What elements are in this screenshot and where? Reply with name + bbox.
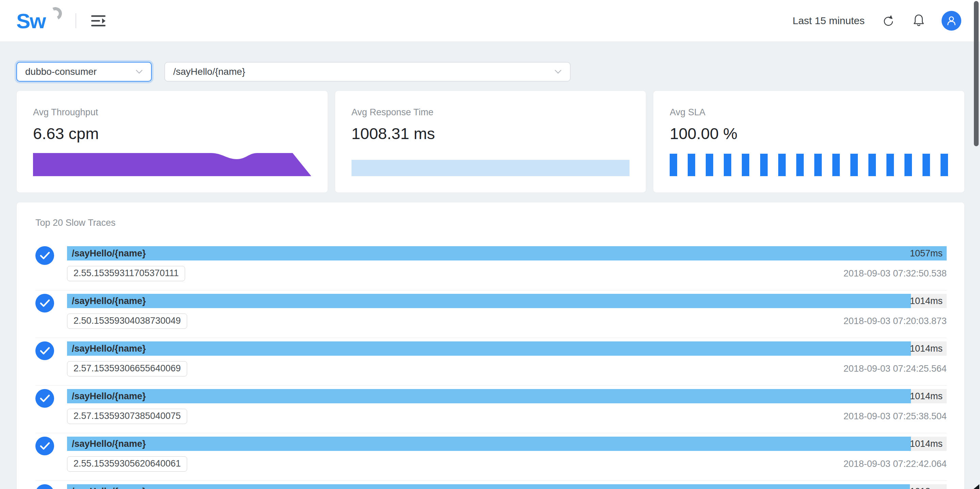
trace-list: /sayHello/{name} 1057ms 2.55.15359311705… [35,237,947,489]
service-select-value: dubbo-consumer [25,66,97,77]
logo-crescent-icon [47,5,64,22]
refresh-icon[interactable] [881,13,896,28]
endpoint-select[interactable]: /sayHello/{name} [164,62,571,82]
card-value: 6.63 cpm [33,123,311,144]
trace-endpoint-name: /sayHello/{name} [72,294,146,308]
slow-traces-title: Top 20 Slow Traces [35,218,947,228]
trace-duration-label: 1014ms [910,294,943,308]
sla-bar [832,154,840,176]
card-avg-response-time: Avg Response Time 1008.31 ms [335,90,646,193]
card-title: Avg Response Time [352,107,630,117]
card-avg-throughput: Avg Throughput 6.63 cpm [16,90,328,193]
response-time-area-chart [352,152,630,176]
header-divider [76,13,76,28]
card-value: 1008.31 ms [352,123,630,144]
success-check-icon [35,341,54,360]
success-check-icon [35,246,54,265]
trace-row[interactable]: /sayHello/{name} 1057ms 2.55.15359311705… [35,237,947,290]
time-range-selector[interactable]: Last 15 minutes [792,15,865,27]
sla-bar [796,154,804,176]
throughput-area-chart [33,152,311,176]
trace-timestamp: 2018-09-03 07:24:25.564 [843,364,947,374]
sla-bar [904,154,912,176]
trace-duration-bar[interactable]: /sayHello/{name} 1014ms [67,341,947,356]
logo-text: Sw [16,9,46,33]
success-check-icon [35,437,54,455]
sla-bar [670,154,677,176]
trace-row[interactable]: /sayHello/{name} 1014ms 2.55.15359305620… [35,433,947,481]
sla-bar [923,154,930,176]
slow-traces-panel: Top 20 Slow Traces /sayHello/{name} 1057… [16,202,965,489]
sla-bar [706,154,713,176]
trace-duration-bar[interactable]: /sayHello/{name} 1013ms [67,484,947,489]
mouse-cursor [974,484,979,489]
sla-bar [850,154,858,176]
trace-timestamp: 2018-09-03 07:32:50.538 [843,268,947,279]
trace-duration-bar[interactable]: /sayHello/{name} 1014ms [67,389,947,403]
sla-bar [742,154,749,176]
trace-duration-bar[interactable]: /sayHello/{name} 1014ms [67,294,947,308]
trace-id-chip[interactable]: 2.57.15359307385040075 [67,409,187,424]
trace-duration-label: 1014ms [910,437,943,451]
sla-bar [940,154,948,176]
chevron-down-icon [554,69,562,74]
trace-duration-label: 1014ms [910,341,943,356]
notifications-bell-icon[interactable] [912,13,926,29]
card-avg-sla: Avg SLA 100.00 % [653,90,965,193]
trace-id-chip[interactable]: 2.57.15359306655640069 [67,361,187,376]
success-check-icon [35,484,54,489]
chevron-down-icon [135,69,143,74]
vertical-scrollbar-thumb[interactable] [974,1,978,146]
sla-bar [778,154,786,176]
trace-duration-label: 1013ms [910,484,943,489]
card-value: 100.00 % [670,123,948,144]
sla-bar [688,154,695,176]
trace-duration-bar[interactable]: /sayHello/{name} 1057ms [67,246,947,260]
skywalking-logo[interactable]: Sw [16,4,71,38]
filter-toolbar: dubbo-consumer /sayHello/{name} [0,42,980,82]
trace-endpoint-name: /sayHello/{name} [72,484,146,489]
trace-timestamp: 2018-09-03 07:25:38.504 [843,411,947,422]
sla-bar [886,154,894,176]
trace-duration-bar[interactable]: /sayHello/{name} 1014ms [67,437,947,451]
trace-row[interactable]: /sayHello/{name} 1014ms 2.57.15359307385… [35,385,947,433]
trace-endpoint-name: /sayHello/{name} [72,389,146,403]
card-title: Avg SLA [670,107,948,117]
sla-bar [760,154,768,176]
trace-duration-label: 1057ms [910,246,943,260]
success-check-icon [35,294,54,313]
metric-cards: Avg Throughput 6.63 cpm Avg Response Tim… [0,82,980,193]
menu-unfold-icon[interactable] [91,13,109,28]
trace-row[interactable]: /sayHello/{name} 1013ms [35,481,947,489]
trace-id-chip[interactable]: 2.50.15359304038730049 [67,314,187,329]
sla-bar [869,154,876,176]
endpoint-select-value: /sayHello/{name} [173,66,245,77]
trace-duration-label: 1014ms [910,389,943,403]
trace-endpoint-name: /sayHello/{name} [72,341,146,356]
service-select[interactable]: dubbo-consumer [16,62,152,82]
trace-row[interactable]: /sayHello/{name} 1014ms 2.57.15359306655… [35,338,947,385]
trace-endpoint-name: /sayHello/{name} [72,437,146,451]
app-header: Sw Last 15 minutes [0,0,980,42]
trace-row[interactable]: /sayHello/{name} 1014ms 2.50.15359304038… [35,290,947,338]
trace-timestamp: 2018-09-03 07:20:03.873 [843,316,947,327]
trace-endpoint-name: /sayHello/{name} [72,246,146,260]
user-avatar[interactable] [942,11,961,30]
sla-bars [670,154,948,176]
trace-timestamp: 2018-09-03 07:22:42.064 [843,459,947,469]
card-title: Avg Throughput [33,107,311,117]
sla-bar [814,154,822,176]
sla-bar [724,154,731,176]
trace-id-chip[interactable]: 2.55.15359305620640061 [67,456,187,472]
trace-id-chip[interactable]: 2.55.15359311705370111 [67,266,185,281]
sla-bar-chart [670,152,948,176]
success-check-icon [35,389,54,408]
